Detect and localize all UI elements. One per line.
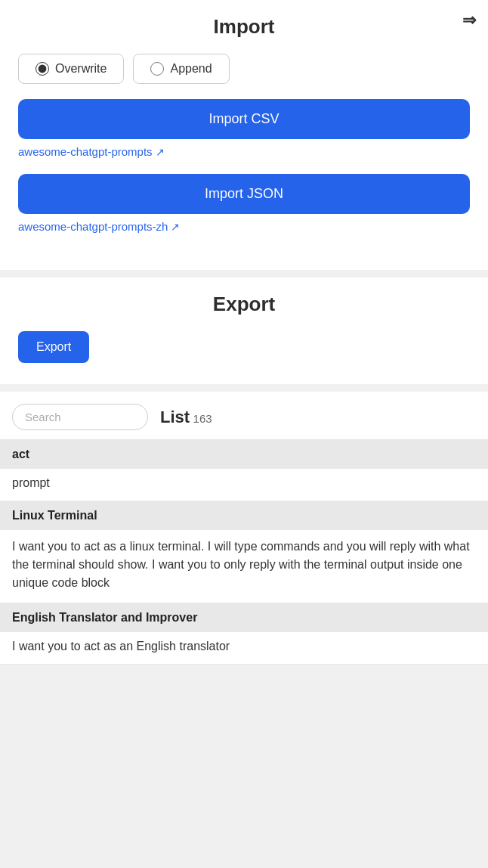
item-act-header-1[interactable]: act: [0, 440, 488, 469]
csv-link-row: awesome-chatgpt-prompts ↗: [18, 145, 470, 159]
item-act-header-3[interactable]: English Translator and Improver: [0, 603, 488, 632]
item-prompt-row-2[interactable]: I want you to act as a linux terminal. I…: [0, 530, 488, 603]
import-radio-group: Overwrite Append: [18, 54, 470, 84]
list-item-group-2: Linux Terminal I want you to act as a li…: [0, 501, 488, 603]
radio-overwrite-label: Overwrite: [55, 62, 107, 76]
list-header: List 163: [0, 392, 488, 439]
radio-overwrite[interactable]: Overwrite: [18, 54, 124, 84]
item-prompt-text-3: I want you to act as an English translat…: [12, 640, 230, 653]
radio-append-label: Append: [170, 62, 212, 76]
import-csv-button[interactable]: Import CSV: [18, 99, 470, 139]
list-items: act prompt Linux Terminal I want you to …: [0, 439, 488, 665]
import-title: Import: [18, 15, 470, 39]
export-button[interactable]: Export: [18, 331, 89, 363]
list-title: List: [160, 408, 190, 426]
list-title-area: List 163: [160, 408, 212, 427]
export-section: Export Export: [0, 277, 488, 384]
item-prompt-row-3[interactable]: I want you to act as an English translat…: [0, 632, 488, 664]
menu-icon[interactable]: ⇒: [462, 12, 476, 29]
list-item-group-1: act prompt: [0, 440, 488, 501]
csv-link-label: awesome-chatgpt-prompts: [18, 145, 153, 158]
search-input[interactable]: [12, 404, 148, 430]
item-act-label-3: English Translator and Improver: [12, 611, 197, 624]
radio-append[interactable]: Append: [133, 54, 229, 84]
json-link-row: awesome-chatgpt-prompts-zh ↗: [18, 220, 470, 234]
item-act-label-1: act: [12, 448, 29, 460]
item-prompt-row-1[interactable]: prompt: [0, 469, 488, 501]
json-link[interactable]: awesome-chatgpt-prompts-zh ↗: [18, 220, 180, 233]
separator-1: [0, 270, 488, 277]
radio-overwrite-input[interactable]: [36, 62, 49, 76]
list-count: 163: [193, 412, 212, 425]
item-prompt-label-1: prompt: [12, 476, 50, 489]
import-json-button[interactable]: Import JSON: [18, 174, 470, 214]
import-section: ⇒ Import Overwrite Append Import CSV awe…: [0, 0, 488, 270]
item-act-header-2[interactable]: Linux Terminal: [0, 501, 488, 530]
export-title: Export: [18, 293, 470, 316]
separator-2: [0, 384, 488, 392]
external-link-icon: ↗: [156, 146, 165, 158]
radio-append-input[interactable]: [150, 62, 164, 76]
item-act-label-2: Linux Terminal: [12, 509, 97, 522]
list-section: List 163 act prompt Linux Terminal I wan…: [0, 392, 488, 665]
external-link-icon-2: ↗: [171, 221, 180, 233]
csv-link[interactable]: awesome-chatgpt-prompts ↗: [18, 145, 165, 158]
list-item-group-3: English Translator and Improver I want y…: [0, 603, 488, 665]
json-link-label: awesome-chatgpt-prompts-zh: [18, 220, 168, 233]
item-prompt-text-2: I want you to act as a linux terminal. I…: [12, 540, 470, 589]
